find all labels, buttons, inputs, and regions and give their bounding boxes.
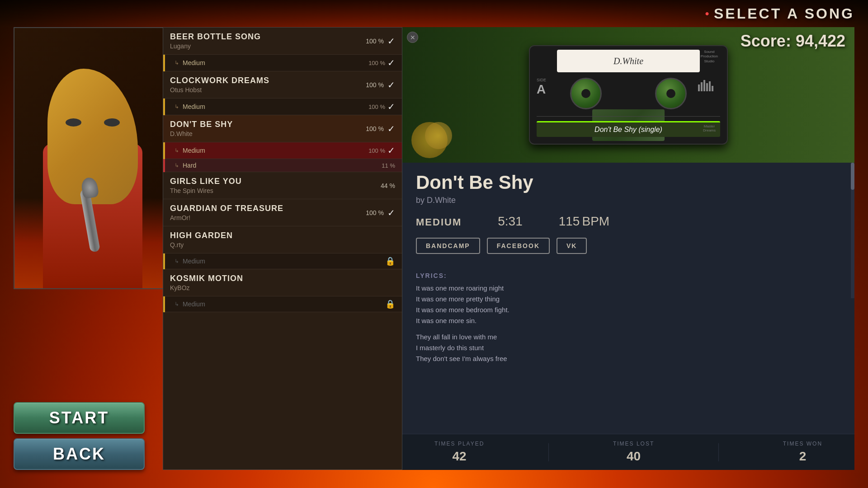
reel-inner-right	[666, 89, 675, 98]
difficulty-beer-medium-wrapper: ↳ Medium 100 % ✓	[163, 55, 402, 71]
song-title-hg: HIGH GARDEN	[170, 231, 233, 240]
difficulty-kosmik-medium-wrapper: ↳ Medium 🔒	[163, 296, 402, 312]
close-button[interactable]: ✕	[407, 32, 418, 43]
song-info: Don't Be Shy by D.White MEDIUM 5:31 115 …	[402, 163, 854, 272]
scrollbar-thumb[interactable]	[851, 163, 854, 190]
meta-difficulty: MEDIUM	[416, 216, 462, 228]
song-item-dont-be-shy[interactable]: DON'T BE SHY D.White 100 % ✓	[163, 115, 402, 142]
difficulty-beer-medium[interactable]: ↳ Medium 100 % ✓	[163, 55, 402, 71]
won-label: TIMES WON	[783, 441, 822, 447]
diff-percent-kosmik: 🔒	[385, 299, 395, 309]
song-title-guardian: GUARDIAN OF TREASURE	[170, 204, 283, 213]
song-list-panel: BEER BOTTLE SONG Lugany 100 % ✓ ↳ Medium…	[163, 27, 402, 470]
check-guardian: ✓	[387, 207, 395, 218]
check-diff: ✓	[387, 57, 395, 68]
diff-percent-dbs-med: 100 % ✓	[368, 145, 395, 156]
bandcamp-button[interactable]: BANDCAMP	[416, 238, 480, 254]
diff-label-dbs-hard: ↳ Hard	[175, 162, 196, 169]
right-panel: ✕ Score: 94,422 D.White SIDE A Sound Pro…	[402, 27, 854, 470]
tape-reels	[530, 78, 727, 109]
song-title-gly: GIRLS LIKE YOU	[170, 177, 242, 186]
tape-reel-right	[655, 78, 687, 109]
song-meta: MEDIUM 5:31 115 BPM	[416, 214, 841, 229]
cassette-area: ✕ Score: 94,422 D.White SIDE A Sound Pro…	[402, 27, 854, 163]
difficulty-dbs-hard[interactable]: ↳ Hard 11 %	[163, 159, 402, 172]
song-title-dbs: DON'T BE SHY	[170, 120, 233, 129]
check-beer-bottle: ✓	[387, 36, 395, 47]
diff-percent-dbs-hard: 11 %	[382, 162, 395, 169]
vk-button[interactable]: VK	[557, 238, 587, 254]
song-artist-beer-bottle: Lugany	[170, 42, 261, 50]
diff-label-hg: ↳ Medium	[175, 258, 205, 265]
tape-reel-left	[570, 78, 602, 109]
difficulty-dbs-hard-wrapper: ↳ Hard 11 %	[163, 159, 402, 172]
bottom-buttons: START BACK	[14, 402, 172, 474]
lost-label: TIMES LOST	[613, 441, 654, 447]
song-artist-gly: The Spin Wires	[170, 187, 242, 194]
won-value: 2	[783, 449, 822, 464]
difficulty-hg-medium-wrapper: ↳ Medium 🔒	[163, 253, 402, 269]
tape-artist-name: D.White	[613, 56, 643, 66]
lock-icon-hg: 🔒	[385, 256, 395, 266]
song-item-high-garden[interactable]: HIGH GARDEN Q.rty	[163, 226, 402, 253]
song-title-beer-bottle: BEER BOTTLE SONG	[170, 32, 261, 42]
diff-percent-beer-medium: 100 % ✓	[368, 57, 395, 68]
facebook-button[interactable]: FACEBOOK	[487, 238, 550, 254]
stat-times-won: TIMES WON 2	[783, 441, 822, 464]
difficulty-dbs-medium[interactable]: ↳ Medium 100 % ✓	[163, 142, 402, 159]
tape-song-title: Don't Be Shy (single)	[594, 126, 662, 134]
master-label: Master Dreams	[703, 124, 716, 132]
difficulty-kosmik-medium[interactable]: ↳ Medium 🔒	[163, 296, 402, 312]
song-title-kosmik: KOSMIK MOTION	[170, 274, 243, 283]
diff-label-kosmik: ↳ Medium	[175, 300, 205, 308]
stat-divider-2	[718, 443, 719, 461]
meta-duration: 5:31	[498, 214, 523, 229]
header: ● SELECT A SONG	[0, 0, 868, 27]
song-item-beer-bottle-song[interactable]: BEER BOTTLE SONG Lugany 100 % ✓	[163, 28, 402, 55]
bpm-label: BPM	[582, 214, 609, 228]
lyrics-scrollbar[interactable]	[851, 163, 854, 298]
lock-icon-kosmik: 🔒	[385, 299, 395, 309]
score-display: Score: 94,422	[741, 32, 845, 51]
diff-label-clock: ↳ Medium	[175, 103, 205, 110]
stats-row: TIMES PLAYED 42 TIMES LOST 40 TIMES WON …	[402, 434, 854, 470]
difficulty-clock-medium-wrapper: ↳ Medium 100 % ✓	[163, 99, 402, 115]
lyrics-text: It was one more roaring night It was one…	[416, 283, 841, 364]
song-item-guardian[interactable]: GUARDIAN OF TREASURE ArmOr! 100 % ✓	[163, 199, 402, 226]
cassette-tape: D.White SIDE A Sound Production Studio	[529, 45, 728, 145]
song-title-clockwork: CLOCKWORK DREAMS	[170, 76, 269, 85]
song-artist-clockwork: Otus Hobst	[170, 86, 269, 94]
diff-label: ↳ Medium	[175, 59, 205, 66]
song-item-girls-like-you[interactable]: GIRLS LIKE YOU The Spin Wires 44 %	[163, 172, 402, 199]
song-item-kosmik[interactable]: KOSMIK MOTION KyBOz	[163, 269, 402, 296]
diff-percent-hg: 🔒	[385, 256, 395, 266]
back-button[interactable]: BACK	[14, 438, 145, 470]
song-percent-clockwork: 100 % ✓	[366, 80, 395, 90]
check-dbs: ✓	[387, 123, 395, 134]
meta-bpm: 115 BPM	[559, 214, 609, 229]
singer-photo	[14, 27, 172, 289]
start-button[interactable]: START	[14, 402, 145, 434]
header-title: SELECT A SONG	[714, 5, 854, 22]
studio-label: Sound Production Studio	[701, 50, 718, 64]
song-artist-guardian: ArmOr!	[170, 214, 283, 221]
detail-song-name: Don't Be Shy	[416, 172, 841, 193]
played-label: TIMES PLAYED	[434, 441, 484, 447]
tape-label: D.White	[557, 50, 700, 72]
song-percent-beer-bottle: 100 % ✓	[366, 36, 395, 47]
lost-value: 40	[613, 449, 654, 464]
difficulty-hg-medium[interactable]: ↳ Medium 🔒	[163, 253, 402, 269]
tape-line	[537, 116, 720, 117]
singer-panel	[14, 27, 172, 289]
song-percent-dbs: 100 % ✓	[366, 123, 395, 134]
stat-times-lost: TIMES LOST 40	[613, 441, 654, 464]
song-item-clockwork-dreams[interactable]: CLOCKWORK DREAMS Otus Hobst 100 % ✓	[163, 71, 402, 99]
difficulty-clockwork-medium[interactable]: ↳ Medium 100 % ✓	[163, 99, 402, 115]
lyrics-section: LYRICS: It was one more roaring night It…	[402, 272, 854, 364]
diff-label-dbs-med: ↳ Medium	[175, 147, 205, 154]
social-buttons: BANDCAMP FACEBOOK VK	[416, 238, 841, 254]
song-percent-guardian: 100 % ✓	[366, 207, 395, 218]
header-dot: ●	[705, 9, 709, 18]
difficulty-dbs-medium-wrapper: ↳ Medium 100 % ✓	[163, 142, 402, 159]
song-artist-dbs: D.White	[170, 130, 233, 137]
